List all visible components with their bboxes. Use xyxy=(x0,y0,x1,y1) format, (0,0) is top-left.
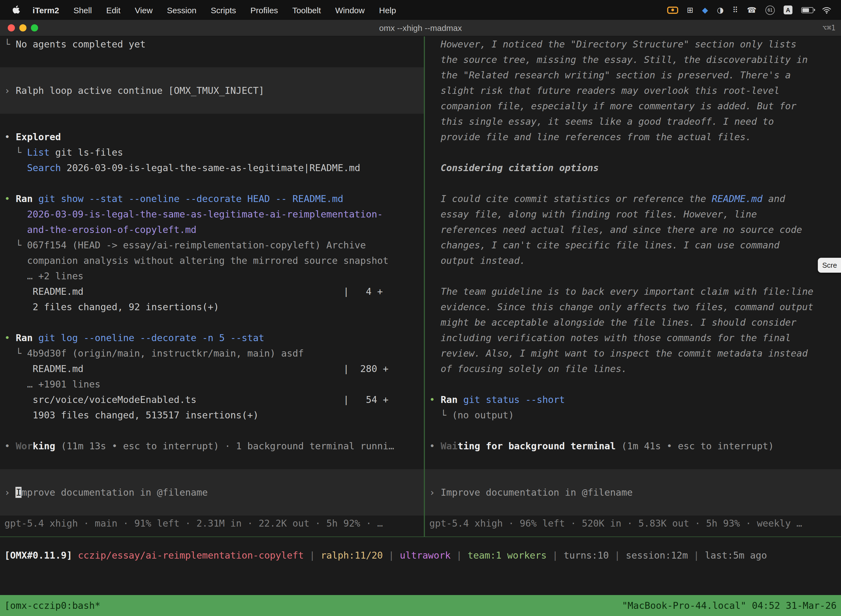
window-grid-icon[interactable]: ⊞ xyxy=(687,6,693,14)
left-terminal-pane[interactable]: └ No agents completed yet› Ralph loop ac… xyxy=(0,37,425,537)
terminal-line: README.md | 4 + xyxy=(4,284,424,299)
terminal-line: └ List git ls-files xyxy=(4,145,424,160)
apps-grid-icon[interactable]: ⠿ xyxy=(733,6,738,14)
terminal-line xyxy=(4,176,424,191)
terminal-line: • Waiting for background terminal (1m 41… xyxy=(429,438,841,454)
terminal-line xyxy=(4,454,424,469)
terminal-line: 2026-03-09-is-legal-the-same-as-legitima… xyxy=(4,207,424,222)
battery-icon[interactable] xyxy=(801,7,813,13)
input-source-icon[interactable]: A xyxy=(784,6,793,14)
terminal-line xyxy=(429,423,841,438)
minimize-button[interactable] xyxy=(19,24,26,31)
terminal-line: However, I noticed the "Directory Struct… xyxy=(429,37,841,52)
menu-item-toolbelt[interactable]: Toolbelt xyxy=(285,5,328,15)
screen-sharing-overlay-button[interactable]: Scre xyxy=(818,258,841,273)
blue-app-icon[interactable]: ◆ xyxy=(702,6,708,14)
terminal-line xyxy=(4,469,424,485)
apple-menu[interactable] xyxy=(7,6,25,14)
terminal-line: companion file, especially if more comme… xyxy=(429,98,841,114)
window-title: omx --xhigh --madmax xyxy=(0,23,841,32)
terminal-line xyxy=(429,454,841,469)
wifi-icon[interactable] xyxy=(822,6,831,13)
menu-bar: iTerm2 Shell Edit View Session Scripts P… xyxy=(0,0,841,20)
terminal-line: └ 4b9d30f (origin/main, instructkr/main,… xyxy=(4,346,424,361)
traffic-lights xyxy=(8,24,38,31)
phone-icon[interactable]: ☎ xyxy=(747,6,757,14)
terminal-line: I could cite commit statistics or refere… xyxy=(429,191,841,207)
right-pane-output: However, I noticed the "Directory Struct… xyxy=(429,37,841,469)
terminal-line xyxy=(429,500,841,516)
right-prompt-input[interactable]: › Improve documentation in @filename xyxy=(425,469,841,516)
left-pane-output: └ No agents completed yet› Ralph loop ac… xyxy=(4,37,424,469)
right-status-line: gpt-5.4 xhigh · 96% left · 520K in · 5.8… xyxy=(429,516,841,531)
terminal-line: … +2 lines xyxy=(4,268,424,284)
terminal-line: output instead. xyxy=(429,253,841,268)
terminal-line: Search 2026-03-09-is-legal-the-same-as-l… xyxy=(4,160,424,176)
terminal-line xyxy=(4,52,424,67)
menu-bar-status-area: ⊞ ◆ ◑ ⠿ ☎ 61 A xyxy=(667,5,834,15)
left-prompt-input[interactable]: › Improve documentation in @filename xyxy=(0,469,424,516)
terminal-line xyxy=(0,67,424,83)
screen: iTerm2 Shell Edit View Session Scripts P… xyxy=(0,0,841,616)
screen-recording-indicator-icon[interactable] xyxy=(667,6,678,13)
terminal-line: • Working (11m 13s • esc to interrupt) ·… xyxy=(4,438,424,454)
terminal-line xyxy=(4,500,424,516)
terminal-line xyxy=(4,315,424,330)
menu-item-edit[interactable]: Edit xyxy=(99,5,128,15)
terminal-line: • Ran git status --short xyxy=(429,392,841,407)
terminal-line: README.md | 280 + xyxy=(4,361,424,377)
terminal-line: essay file, along with finding root file… xyxy=(429,207,841,222)
pane-bottom-border xyxy=(0,537,841,537)
terminal-line: • Explored xyxy=(4,129,424,145)
menu-item-shell[interactable]: Shell xyxy=(66,5,99,15)
window-title-bar[interactable]: omx --xhigh --madmax ⌥⌘1 xyxy=(0,20,841,37)
terminal-line xyxy=(429,268,841,284)
battery-percent-gauge[interactable]: 61 xyxy=(765,5,775,15)
right-terminal-pane[interactable]: However, I noticed the "Directory Struct… xyxy=(425,37,841,537)
terminal-line: the "Related research writing" section i… xyxy=(429,67,841,83)
left-status-line: gpt-5.4 xhigh · main · 91% left · 2.31M … xyxy=(4,516,424,531)
menu-item-profiles[interactable]: Profiles xyxy=(243,5,285,15)
menu-item-view[interactable]: View xyxy=(128,5,160,15)
terminal-line: references need actual files, and since … xyxy=(429,222,841,238)
terminal: └ No agents completed yet› Ralph loop ac… xyxy=(0,37,841,537)
terminal-line: [OMX#0.11.9] cczip/essay/ai-reimplementa… xyxy=(4,547,841,563)
terminal-line: of focusing solely on file lines. xyxy=(429,361,841,377)
terminal-line: evidence. Since this change only affects… xyxy=(429,299,841,315)
menu-item-iterm2[interactable]: iTerm2 xyxy=(25,5,66,15)
terminal-line xyxy=(429,377,841,392)
terminal-line: gpt-5.4 xhigh · 96% left · 520K in · 5.8… xyxy=(429,516,841,531)
terminal-line: └ 067f154 (HEAD -> essay/ai-reimplementa… xyxy=(4,238,424,253)
zoom-button[interactable] xyxy=(31,24,38,31)
terminal-line: • Ran git show --stat --oneline --decora… xyxy=(4,191,424,207)
terminal-line xyxy=(429,469,841,485)
terminal-line xyxy=(429,176,841,191)
terminal-line: 2 files changed, 92 insertions(+) xyxy=(4,299,424,315)
terminal-line xyxy=(4,423,424,438)
terminal-line: review. Also, I might want to inspect th… xyxy=(429,346,841,361)
menu-item-session[interactable]: Session xyxy=(160,5,204,15)
terminal-line: › Ralph loop active continue [OMX_TMUX_I… xyxy=(0,83,424,98)
menu-item-scripts[interactable]: Scripts xyxy=(204,5,243,15)
dark-app-icon[interactable]: ◑ xyxy=(717,6,724,14)
terminal-line: might be acceptable alongside the file l… xyxy=(429,315,841,330)
terminal-line: gpt-5.4 xhigh · main · 91% left · 2.31M … xyxy=(4,516,424,531)
terminal-line: src/voice/voiceModeEnabled.ts | 54 + xyxy=(4,392,424,407)
terminal-line: … +1901 lines xyxy=(4,377,424,392)
terminal-line xyxy=(4,114,424,129)
menu-item-help[interactable]: Help xyxy=(372,5,403,15)
terminal-line: the source tree, missing the essay. Stil… xyxy=(429,52,841,67)
menu-item-window[interactable]: Window xyxy=(328,5,372,15)
terminal-line xyxy=(0,98,424,114)
terminal-line: provide file and line references from th… xyxy=(429,129,841,145)
terminal-line: including verification notes with those … xyxy=(429,330,841,346)
tmux-host-clock: "MacBook-Pro-44.local" 04:52 31-Mar-26 xyxy=(622,600,837,611)
terminal-line: › Improve documentation in @filename xyxy=(4,485,424,500)
apple-logo-icon xyxy=(12,6,20,14)
tmux-status-bar: [omx-cczip0:bash* "MacBook-Pro-44.local"… xyxy=(0,595,841,616)
close-button[interactable] xyxy=(8,24,15,31)
window-shortcut-badge: ⌥⌘1 xyxy=(822,24,835,32)
omx-status-line: [OMX#0.11.9] cczip/essay/ai-reimplementa… xyxy=(4,547,841,563)
terminal-line: companion analysis without altering the … xyxy=(4,253,424,268)
tmux-window-label[interactable]: [omx-cczip0:bash* xyxy=(4,600,100,611)
